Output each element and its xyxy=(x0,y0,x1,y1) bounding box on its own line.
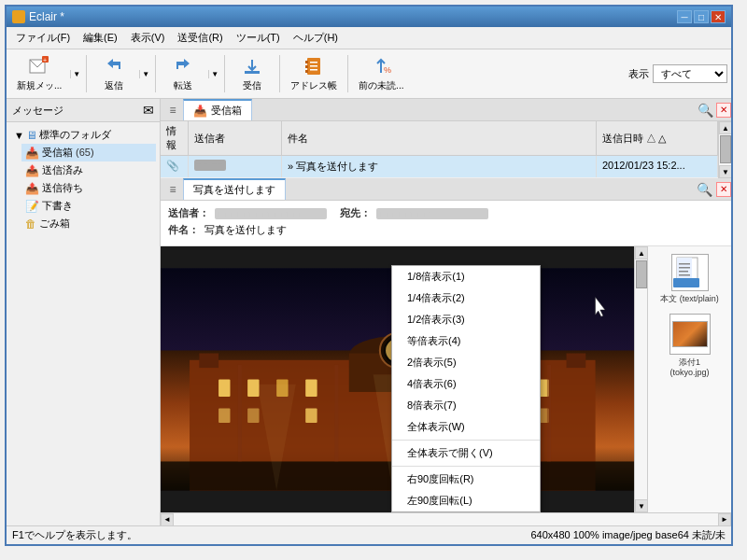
h-scroll-left[interactable]: ◄ xyxy=(161,513,174,526)
mail-cell-date: 2012/01/23 15:2... xyxy=(597,156,718,177)
svg-rect-53 xyxy=(673,278,699,287)
mail-row[interactable]: 📎 ■■ ■■ » 写真を送付します 2012/01/23 15:2... xyxy=(161,156,718,178)
new-mail-button[interactable]: + 新規メッ... xyxy=(10,52,68,95)
separator-ctx-1 xyxy=(392,440,540,441)
drafts-icon: 📝 xyxy=(25,200,39,213)
zoom-eighth[interactable]: 1/8倍表示(1) xyxy=(392,266,540,287)
msg-tab-icon[interactable]: ≡ xyxy=(164,181,181,198)
subject-value: 写真を送付します xyxy=(204,223,287,237)
svg-rect-10 xyxy=(310,69,317,71)
attachment-text[interactable]: 本文 (text/plain) xyxy=(660,254,719,304)
attachment-image[interactable]: 添付1(tokyo.jpg) xyxy=(669,314,711,378)
h-scroll-right[interactable]: ► xyxy=(718,513,731,526)
forward-label: 転送 xyxy=(174,79,192,92)
message-body: 1/8倍表示(1) 1/4倍表示(2) 1/2倍表示(3) 等倍表示(4) 2倍… xyxy=(161,246,731,512)
left-panel-header: メッセージ ✉ xyxy=(7,99,160,122)
svg-text:+: + xyxy=(43,57,47,63)
prev-unread-button[interactable]: % 前の未読... xyxy=(352,52,410,95)
receive-button[interactable]: 受信 xyxy=(229,52,275,95)
reply-icon xyxy=(103,55,125,77)
reply-dropdown[interactable]: ▼ xyxy=(139,70,151,78)
folder-inbox[interactable]: 📥 受信箱 (65) xyxy=(21,144,156,161)
scroll-up[interactable]: ▲ xyxy=(719,121,731,134)
svg-rect-30 xyxy=(218,409,230,424)
context-menu: 1/8倍表示(1) 1/4倍表示(2) 1/2倍表示(3) 等倍表示(4) 2倍… xyxy=(391,265,541,512)
inbox-icon: 📥 xyxy=(25,147,39,160)
mail-cell-subject: » 写真を送付します xyxy=(282,156,597,177)
main-area: メッセージ ✉ ▼ 🖥 標準のフォルダ 📥 受信箱 (65) xyxy=(7,99,731,525)
envelope-icon[interactable]: ✉ xyxy=(143,103,154,118)
zoom-actual[interactable]: 等倍表示(4) xyxy=(392,330,540,352)
text-file-icon xyxy=(671,254,709,291)
inbox-label: 受信箱 (65) xyxy=(42,146,94,160)
sort-arrow: △ xyxy=(658,133,666,145)
from-address: ■■■■■■■■■■■■■■ xyxy=(215,208,327,219)
col-subject[interactable]: 件名 xyxy=(282,121,597,155)
zoom-quad[interactable]: 4倍表示(6) xyxy=(392,373,540,395)
toolbar: + 新規メッ... ▼ 返信 ▼ 転送 ▼ xyxy=(7,49,731,99)
svg-rect-50 xyxy=(679,267,690,269)
zoom-double[interactable]: 2倍表示(5) xyxy=(392,352,540,373)
rotate-left[interactable]: 左90度回転(L) xyxy=(392,490,540,511)
inbox-tab[interactable]: 📥 受信箱 xyxy=(183,99,252,120)
close-button[interactable]: ✕ xyxy=(711,10,726,23)
outbox-icon: 📤 xyxy=(25,182,39,195)
zoom-half[interactable]: 1/2倍表示(3) xyxy=(392,309,540,330)
receive-icon xyxy=(241,55,263,77)
maximize-button[interactable]: □ xyxy=(694,10,709,23)
zoom-quarter[interactable]: 1/4倍表示(2) xyxy=(392,287,540,309)
inbox-tab-icon: 📥 xyxy=(193,105,207,118)
svg-rect-9 xyxy=(310,65,317,67)
forward-button[interactable]: 転送 xyxy=(160,52,206,95)
address-book-button[interactable]: アドレス帳 xyxy=(284,52,344,95)
open-fit[interactable]: 全体表示で開く(V) xyxy=(392,442,540,464)
img-scroll-down[interactable]: ▼ xyxy=(635,499,648,512)
mail-cell-info: 📎 xyxy=(161,156,189,177)
status-bar: F1でヘルプを表示します。 640x480 100% image/jpeg ba… xyxy=(7,525,731,544)
col-sender[interactable]: 送信者 xyxy=(189,121,282,155)
folder-outbox[interactable]: 📤 送信待ち xyxy=(21,179,156,197)
menu-view[interactable]: 表示(V) xyxy=(125,29,171,47)
zoom-octa[interactable]: 8倍表示(7) xyxy=(392,395,540,416)
title-bar-title: Eclair * xyxy=(12,10,64,23)
scroll-track xyxy=(719,134,731,165)
scroll-down[interactable]: ▼ xyxy=(719,165,731,178)
forward-dropdown[interactable]: ▼ xyxy=(208,70,220,78)
message-search-button[interactable]: 🔍 xyxy=(695,180,714,199)
separator-2 xyxy=(155,55,156,92)
mail-list-search-button[interactable]: 🔍 xyxy=(696,101,714,119)
svg-rect-22 xyxy=(218,380,230,398)
folder-drafts[interactable]: 📝 下書き xyxy=(21,197,156,215)
mail-list-close-button[interactable]: ✕ xyxy=(716,103,731,118)
zoom-fit[interactable]: 全体表示(W) xyxy=(392,416,540,438)
mail-list-inner: 情報 送信者 件名 送信日時 △ △ 📎 ■■ ■■ xyxy=(161,121,718,178)
scroll-thumb[interactable] xyxy=(720,135,731,163)
menu-help[interactable]: ヘルプ(H) xyxy=(288,29,344,47)
tab-list-icon[interactable]: ≡ xyxy=(164,102,181,119)
col-date[interactable]: 送信日時 △ △ xyxy=(597,121,718,155)
col-info[interactable]: 情報 xyxy=(161,121,189,155)
reply-button[interactable]: 返信 xyxy=(91,52,137,95)
message-tab[interactable]: 写真を送付します xyxy=(183,178,286,200)
messages-label: メッセージ xyxy=(12,104,63,118)
img-scroll-thumb[interactable] xyxy=(636,260,647,288)
svg-rect-3 xyxy=(245,71,260,74)
h-scroll: ◄ ► xyxy=(161,512,731,525)
attachments-panel: 本文 (text/plain) 添付1(tokyo.jpg) xyxy=(647,246,731,512)
new-mail-icon: + xyxy=(28,55,50,77)
svg-rect-5 xyxy=(305,61,308,63)
message-close-button[interactable]: ✕ xyxy=(716,182,731,197)
menu-file[interactable]: ファイル(F) xyxy=(10,29,76,47)
svg-rect-51 xyxy=(679,271,688,273)
new-mail-dropdown[interactable]: ▼ xyxy=(70,70,82,78)
folder-sent[interactable]: 📤 送信済み xyxy=(21,161,156,179)
menu-send-receive[interactable]: 送受信(R) xyxy=(172,29,228,47)
menu-edit[interactable]: 編集(E) xyxy=(78,29,123,47)
rotate-right[interactable]: 右90度回転(R) xyxy=(392,469,540,490)
message-header: 送信者： ■■■■■■■■■■■■■■ 宛先： ■■■■■■■■ 件名： 写真を… xyxy=(161,201,731,246)
img-scroll-up[interactable]: ▲ xyxy=(635,246,648,259)
view-select[interactable]: すべて 未読 フラグ付き xyxy=(653,64,727,83)
minimize-button[interactable]: ─ xyxy=(677,10,692,23)
folder-trash[interactable]: 🗑 ごみ箱 xyxy=(21,215,156,232)
menu-tools[interactable]: ツール(T) xyxy=(231,29,286,47)
